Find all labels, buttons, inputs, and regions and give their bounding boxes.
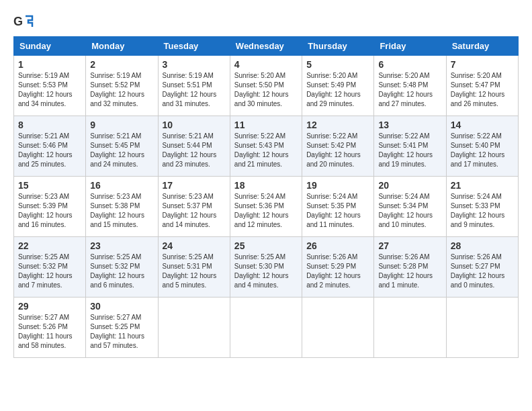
weekday-header-sunday: Sunday <box>14 37 86 56</box>
day-number: 24 <box>163 240 226 251</box>
daylight-label: Daylight: 12 hours and 26 minutes. <box>451 91 505 107</box>
day-info: Sunrise: 5:22 AM Sunset: 5:42 PM Dayligh… <box>306 132 369 169</box>
calendar-cell: 23 Sunrise: 5:25 AM Sunset: 5:32 PM Dayl… <box>86 237 158 298</box>
day-info: Sunrise: 5:26 AM Sunset: 5:29 PM Dayligh… <box>306 253 369 290</box>
day-number: 19 <box>306 180 369 191</box>
day-info: Sunrise: 5:24 AM Sunset: 5:33 PM Dayligh… <box>451 192 514 230</box>
calendar-cell: 4 Sunrise: 5:20 AM Sunset: 5:50 PM Dayli… <box>230 56 302 116</box>
day-info: Sunrise: 5:26 AM Sunset: 5:27 PM Dayligh… <box>451 253 514 290</box>
sunset-label: Sunset: 5:37 PM <box>163 202 212 210</box>
calendar-cell: 1 Sunrise: 5:19 AM Sunset: 5:53 PM Dayli… <box>14 56 86 116</box>
day-info: Sunrise: 5:25 AM Sunset: 5:32 PM Dayligh… <box>18 253 81 290</box>
calendar-cell: 26 Sunrise: 5:26 AM Sunset: 5:29 PM Dayl… <box>302 237 374 298</box>
sunset-label: Sunset: 5:25 PM <box>90 323 140 330</box>
sunrise-label: Sunrise: 5:19 AM <box>90 72 141 79</box>
day-number: 23 <box>90 240 153 251</box>
sunrise-label: Sunrise: 5:20 AM <box>234 72 285 79</box>
page-header: G <box>13 13 519 30</box>
sunset-label: Sunset: 5:32 PM <box>90 263 140 270</box>
day-number: 26 <box>306 240 369 251</box>
sunset-label: Sunset: 5:49 PM <box>306 81 356 89</box>
day-number: 29 <box>18 301 81 312</box>
day-number: 30 <box>90 301 153 312</box>
sunrise-label: Sunrise: 5:25 AM <box>18 253 69 261</box>
sunrise-label: Sunrise: 5:22 AM <box>378 132 429 140</box>
day-number: 6 <box>378 59 441 70</box>
calendar-cell <box>158 298 230 358</box>
calendar-week-row: 8 Sunrise: 5:21 AM Sunset: 5:46 PM Dayli… <box>14 116 519 177</box>
sunset-label: Sunset: 5:52 PM <box>90 81 140 89</box>
day-number: 27 <box>378 240 441 251</box>
day-info: Sunrise: 5:24 AM Sunset: 5:36 PM Dayligh… <box>234 192 298 230</box>
day-number: 9 <box>90 120 153 130</box>
day-info: Sunrise: 5:27 AM Sunset: 5:26 PM Dayligh… <box>18 313 81 351</box>
sunrise-label: Sunrise: 5:21 AM <box>18 132 69 140</box>
daylight-label: Daylight: 12 hours and 31 minutes. <box>163 91 217 107</box>
calendar-cell: 5 Sunrise: 5:20 AM Sunset: 5:49 PM Dayli… <box>302 56 374 116</box>
weekday-header-saturday: Saturday <box>446 37 518 56</box>
sunset-label: Sunset: 5:27 PM <box>451 263 500 270</box>
calendar-cell: 30 Sunrise: 5:27 AM Sunset: 5:25 PM Dayl… <box>86 298 158 358</box>
sunset-label: Sunset: 5:43 PM <box>234 142 284 149</box>
daylight-label: Daylight: 12 hours and 14 minutes. <box>163 212 217 228</box>
day-info: Sunrise: 5:22 AM Sunset: 5:41 PM Dayligh… <box>378 132 441 169</box>
calendar-cell: 13 Sunrise: 5:22 AM Sunset: 5:41 PM Dayl… <box>374 116 446 177</box>
sunrise-label: Sunrise: 5:25 AM <box>90 253 141 261</box>
day-number: 3 <box>163 59 226 70</box>
day-info: Sunrise: 5:23 AM Sunset: 5:39 PM Dayligh… <box>18 192 81 230</box>
sunrise-label: Sunrise: 5:23 AM <box>18 193 69 200</box>
sunset-label: Sunset: 5:32 PM <box>18 263 68 270</box>
day-number: 22 <box>18 240 81 251</box>
day-info: Sunrise: 5:19 AM Sunset: 5:53 PM Dayligh… <box>18 71 81 109</box>
day-info: Sunrise: 5:20 AM Sunset: 5:49 PM Dayligh… <box>306 71 369 109</box>
day-number: 15 <box>18 180 81 191</box>
sunset-label: Sunset: 5:34 PM <box>378 202 428 210</box>
sunrise-label: Sunrise: 5:21 AM <box>90 132 141 140</box>
day-number: 7 <box>451 59 514 70</box>
sunrise-label: Sunrise: 5:26 AM <box>378 253 429 261</box>
logo-icon: G <box>13 13 34 30</box>
daylight-label: Daylight: 12 hours and 15 minutes. <box>90 212 144 228</box>
day-number: 17 <box>163 180 226 191</box>
sunset-label: Sunset: 5:38 PM <box>90 202 140 210</box>
sunset-label: Sunset: 5:50 PM <box>234 81 284 89</box>
day-info: Sunrise: 5:22 AM Sunset: 5:43 PM Dayligh… <box>234 132 298 169</box>
sunset-label: Sunset: 5:48 PM <box>378 81 428 89</box>
calendar-cell: 10 Sunrise: 5:21 AM Sunset: 5:44 PM Dayl… <box>158 116 230 177</box>
daylight-label: Daylight: 12 hours and 1 minute. <box>378 272 433 289</box>
calendar-cell: 12 Sunrise: 5:22 AM Sunset: 5:42 PM Dayl… <box>302 116 374 177</box>
sunset-label: Sunset: 5:44 PM <box>163 142 212 149</box>
sunrise-label: Sunrise: 5:25 AM <box>163 253 214 261</box>
daylight-label: Daylight: 12 hours and 0 minutes. <box>451 272 505 289</box>
daylight-label: Daylight: 12 hours and 20 minutes. <box>306 151 361 168</box>
day-info: Sunrise: 5:19 AM Sunset: 5:51 PM Dayligh… <box>163 71 226 109</box>
calendar-cell: 29 Sunrise: 5:27 AM Sunset: 5:26 PM Dayl… <box>14 298 86 358</box>
calendar-cell: 27 Sunrise: 5:26 AM Sunset: 5:28 PM Dayl… <box>374 237 446 298</box>
daylight-label: Daylight: 12 hours and 7 minutes. <box>18 272 73 289</box>
calendar-cell: 16 Sunrise: 5:23 AM Sunset: 5:38 PM Dayl… <box>86 177 158 237</box>
daylight-label: Daylight: 12 hours and 17 minutes. <box>451 151 505 168</box>
calendar-week-row: 1 Sunrise: 5:19 AM Sunset: 5:53 PM Dayli… <box>14 56 519 116</box>
day-info: Sunrise: 5:21 AM Sunset: 5:44 PM Dayligh… <box>163 132 226 169</box>
sunset-label: Sunset: 5:30 PM <box>234 263 284 270</box>
day-number: 11 <box>234 120 298 130</box>
sunrise-label: Sunrise: 5:24 AM <box>234 193 285 200</box>
calendar-cell: 19 Sunrise: 5:24 AM Sunset: 5:35 PM Dayl… <box>302 177 374 237</box>
daylight-label: Daylight: 12 hours and 32 minutes. <box>90 91 144 107</box>
sunset-label: Sunset: 5:39 PM <box>18 202 68 210</box>
day-info: Sunrise: 5:20 AM Sunset: 5:48 PM Dayligh… <box>378 71 441 109</box>
daylight-label: Daylight: 12 hours and 27 minutes. <box>378 91 433 107</box>
calendar-cell: 3 Sunrise: 5:19 AM Sunset: 5:51 PM Dayli… <box>158 56 230 116</box>
daylight-label: Daylight: 12 hours and 12 minutes. <box>234 212 289 228</box>
sunset-label: Sunset: 5:26 PM <box>18 323 68 330</box>
sunrise-label: Sunrise: 5:24 AM <box>306 193 357 200</box>
daylight-label: Daylight: 12 hours and 5 minutes. <box>163 272 217 289</box>
daylight-label: Daylight: 12 hours and 23 minutes. <box>163 151 217 168</box>
logo: G <box>13 13 36 30</box>
day-info: Sunrise: 5:25 AM Sunset: 5:30 PM Dayligh… <box>234 253 298 290</box>
daylight-label: Daylight: 12 hours and 30 minutes. <box>234 91 289 107</box>
daylight-label: Daylight: 12 hours and 19 minutes. <box>378 151 433 168</box>
calendar-cell: 11 Sunrise: 5:22 AM Sunset: 5:43 PM Dayl… <box>230 116 302 177</box>
day-number: 4 <box>234 59 298 70</box>
calendar-week-row: 15 Sunrise: 5:23 AM Sunset: 5:39 PM Dayl… <box>14 177 519 237</box>
